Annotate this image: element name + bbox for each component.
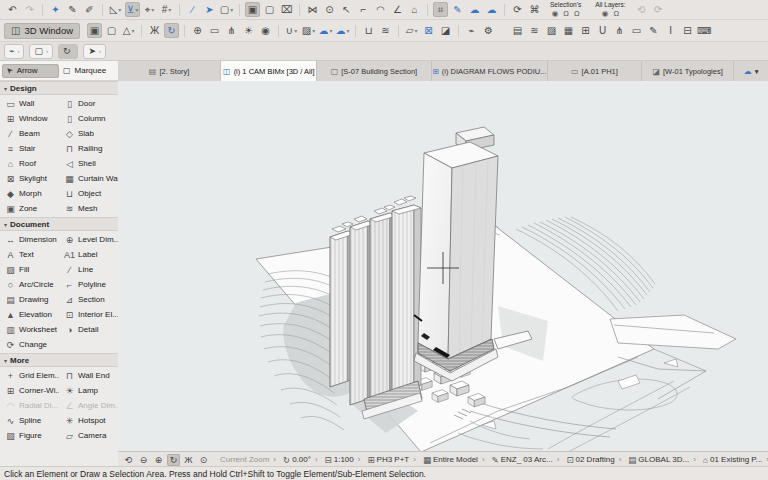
bottom-field[interactable]: ↻ 0.00° › bbox=[283, 455, 318, 465]
toolbox-tool[interactable]: ◁ Shell bbox=[59, 156, 118, 171]
toolbar-icon[interactable]: ⟳ bbox=[510, 2, 525, 17]
toolbar-icon[interactable]: ✦ bbox=[48, 2, 63, 17]
toolbox-tool[interactable]: ◑ Detail bbox=[59, 322, 118, 337]
bottom-field[interactable]: ⌂ 01 Existing P... › bbox=[703, 455, 768, 465]
toolbar-icon[interactable]: ☁ bbox=[335, 23, 350, 38]
toolbar-icon[interactable]: ▱ bbox=[404, 23, 419, 38]
toolbar-icon[interactable]: ➤ bbox=[202, 2, 217, 17]
toolbox-tool[interactable]: ◠ Radial Di... bbox=[0, 398, 59, 413]
toolbox-tool[interactable]: ⊞ Window bbox=[0, 111, 59, 126]
toolbar-icon[interactable] bbox=[458, 25, 459, 37]
bottom-field[interactable]: ✎ ENZ_ 03 Arc... › bbox=[492, 455, 560, 465]
toolbar-icon[interactable]: ⋈ bbox=[305, 2, 320, 17]
toolbar-icon[interactable]: ✎ bbox=[646, 23, 661, 38]
toolbox-tool[interactable]: ∿ Spline bbox=[0, 413, 59, 428]
toolbar-icon[interactable]: ⚙ bbox=[481, 23, 496, 38]
toolbar-icon[interactable]: ▣ bbox=[87, 23, 102, 38]
toolbar-icon[interactable]: ↶ bbox=[5, 2, 20, 17]
nav-icon[interactable]: ⊙ bbox=[197, 454, 210, 466]
toolbox-tool[interactable]: ≋ Mesh bbox=[59, 201, 118, 216]
toolbar-icon[interactable]: ✎ bbox=[450, 2, 465, 17]
toolbar-icon[interactable]: ▢ bbox=[104, 23, 119, 38]
bottom-field[interactable]: Current Zoom › bbox=[218, 455, 276, 464]
bottom-field[interactable]: ▦ Entire Model › bbox=[423, 455, 485, 465]
toolbar-icon[interactable] bbox=[299, 4, 300, 16]
toolbar-icon[interactable]: ▨ bbox=[544, 23, 559, 38]
toolbox-tool[interactable]: ↔ Dimension bbox=[0, 232, 59, 247]
toolbox-tool[interactable]: ⊔ Object bbox=[59, 186, 118, 201]
toolbox-tool[interactable]: ⌂ Roof bbox=[0, 156, 59, 171]
toolbox-tool[interactable]: ▱ Camera bbox=[59, 428, 118, 443]
toolbar-icon[interactable]: ⊠ bbox=[421, 23, 436, 38]
toolbar-icon[interactable]: ▭ bbox=[629, 23, 644, 38]
toolbox-tool[interactable]: ○ Arc/Circle bbox=[0, 277, 59, 292]
nav-icon[interactable]: ⊕ bbox=[152, 454, 165, 466]
toolbox-tool[interactable]: ▥ Worksheet bbox=[0, 322, 59, 337]
toolbar-icon[interactable] bbox=[184, 25, 185, 37]
toolbox-tool[interactable]: A1 Label bbox=[59, 247, 118, 262]
toolbar-icon[interactable]: ⌐ bbox=[356, 2, 371, 17]
toolbox-tool[interactable]: ⊡ Interior El... bbox=[59, 307, 118, 322]
toolbar-icon[interactable]: ☁ bbox=[467, 2, 482, 17]
bottom-field[interactable]: ⊡ 02 Drafting › bbox=[566, 455, 621, 465]
toolbar-icon[interactable]: ⌗ bbox=[433, 2, 448, 17]
section-more[interactable]: More bbox=[0, 353, 118, 367]
toolbar-icon[interactable]: ⊕ bbox=[190, 23, 205, 38]
toolbox-tool[interactable]: ▨ Fill bbox=[0, 262, 59, 277]
toolbox-tool[interactable]: ✳ Hotspot bbox=[59, 413, 118, 428]
toolbar-icon[interactable]: ⌖ bbox=[142, 2, 157, 17]
toolbar-icon[interactable]: ∪ bbox=[284, 23, 299, 38]
section-document[interactable]: Document bbox=[0, 217, 118, 231]
toolbar-icon[interactable]: △ bbox=[121, 23, 136, 38]
toolbox-tool[interactable]: ▣ Zone bbox=[0, 201, 59, 216]
toolbar-icon[interactable]: ▢ bbox=[262, 2, 277, 17]
toolbar-icon[interactable]: ⋔ bbox=[612, 23, 627, 38]
toolbox-tool[interactable]: ☀ Lamp bbox=[59, 383, 118, 398]
view-tab[interactable]: ▤ [2. Story] bbox=[118, 61, 221, 81]
toolbar-icon[interactable] bbox=[504, 4, 505, 16]
toolbar-icon[interactable] bbox=[179, 4, 180, 16]
view-tab[interactable]: ☁ ▾ bbox=[734, 61, 768, 81]
toolbar-icon[interactable]: ▦ bbox=[561, 23, 576, 38]
toolbar-icon[interactable]: ⌘ bbox=[527, 2, 542, 17]
toolbar-icon[interactable] bbox=[355, 25, 356, 37]
toolbox-tool[interactable]: + Grid Elem... bbox=[0, 368, 59, 383]
layer-eye-lock-icon[interactable]: ◉ bbox=[552, 10, 559, 18]
toolbar-icon[interactable]: ⊻ bbox=[125, 2, 140, 17]
toolbox-tool[interactable]: ▭ Wall bbox=[0, 96, 59, 111]
toolbar-icon[interactable]: I bbox=[663, 23, 678, 38]
toolbar-icon[interactable]: ◪ bbox=[438, 23, 453, 38]
toolbar-icon[interactable]: ◠ bbox=[373, 2, 388, 17]
toolbar-icon[interactable]: U bbox=[595, 23, 610, 38]
nav-icon[interactable]: ↻ bbox=[167, 454, 180, 466]
toolbar-icon[interactable]: Ж bbox=[147, 23, 162, 38]
toolbar-icon[interactable] bbox=[498, 23, 508, 38]
arrow-tool[interactable]: ➤ Arrow bbox=[2, 64, 59, 78]
bottom-field[interactable]: ▤ GLOBAL 3D... › bbox=[628, 455, 696, 465]
toolbar-icon[interactable]: ⌁ bbox=[464, 23, 479, 38]
toolbox-tool[interactable]: ⊞ Corner-Wi... bbox=[0, 383, 59, 398]
toolbar-icon[interactable]: ☀ bbox=[241, 23, 256, 38]
bottom-field[interactable]: ⊟ 1:100 › bbox=[325, 455, 361, 465]
toolbox-tool[interactable]: ▯ Column bbox=[59, 111, 118, 126]
view-tab[interactable]: ▢ [S-07 Building Section] bbox=[317, 61, 431, 81]
toolbar-icon[interactable]: ⊔ bbox=[361, 23, 376, 38]
nav-icon[interactable]: ⊖ bbox=[137, 454, 150, 466]
3d-window-button[interactable]: ◫ 3D Window bbox=[4, 23, 80, 39]
toolbox-tool[interactable]: ▧ Figure bbox=[0, 428, 59, 443]
toolbox-tool[interactable]: ⌐ Polyline bbox=[59, 277, 118, 292]
toolbar-icon[interactable]: ✎ bbox=[65, 2, 80, 17]
history-arrow-icon[interactable]: ⟲ bbox=[634, 2, 649, 17]
view-tab[interactable]: ◪ [W-01 Typologies] bbox=[642, 61, 734, 81]
toolbar-icon[interactable]: ⊞ bbox=[578, 23, 593, 38]
mini-chip[interactable]: ↻ bbox=[58, 44, 79, 59]
toolbox-tool[interactable]: ◇ Slab bbox=[59, 126, 118, 141]
toolbar-icon[interactable]: ⋔ bbox=[224, 23, 239, 38]
toolbar-icon[interactable]: ↷ bbox=[22, 2, 37, 17]
toolbar-icon[interactable]: ▢ bbox=[219, 2, 234, 17]
toolbar-icon[interactable]: ≋ bbox=[527, 23, 542, 38]
toolbar-icon[interactable]: # bbox=[159, 2, 174, 17]
toolbar-icon[interactable]: ▨ bbox=[301, 23, 316, 38]
toolbar-icon[interactable] bbox=[239, 4, 240, 16]
toolbar-icon[interactable]: ≋ bbox=[378, 23, 393, 38]
